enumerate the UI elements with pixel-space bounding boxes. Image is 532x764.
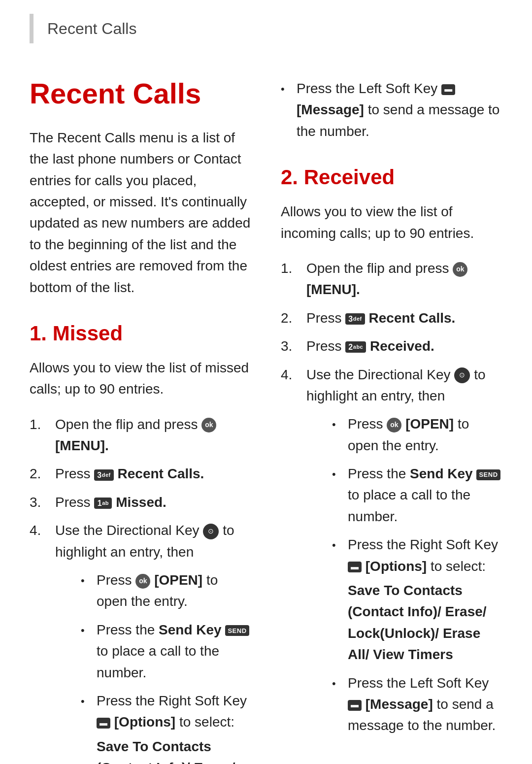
bullet-text: Press ok [OPEN] to open the entry. [348, 413, 502, 456]
section1-bullets: • Press ok [OPEN] to open the entry. • P… [81, 569, 251, 764]
left-soft-key-icon: ▬ [441, 84, 455, 95]
right-soft-key-icon: ▬ [348, 562, 362, 572]
nav-key-icon: ⊙ [203, 524, 219, 539]
section2-steps: 1. Open the flip and press ok [MENU]. 2.… [281, 258, 502, 743]
section2-heading: 2. Received [281, 166, 502, 189]
bullet-dot: • [81, 622, 90, 639]
step-number: 2. [281, 307, 306, 329]
step-3-missed: 3. Press 1ab Missed. [30, 492, 251, 513]
step-content: Open the flip and press ok [MENU]. [55, 414, 251, 457]
left-column: Recent Calls The Recent Calls menu is a … [30, 78, 251, 764]
bullet-send-missed: • Press the Send Key SEND to place a cal… [81, 619, 251, 683]
bullet-text: Press the Send Key SEND to place a call … [97, 619, 251, 683]
bullet-open-missed: • Press ok [OPEN] to open the entry. [81, 569, 251, 612]
step-1-missed: 1. Open the flip and press ok [MENU]. [30, 414, 251, 457]
bullet-dot: • [332, 675, 341, 692]
ok-key-icon: ok [453, 262, 467, 277]
bullet-dot: • [81, 572, 90, 589]
step-3-received: 3. Press 2abc Received. [281, 335, 502, 357]
bullet-options-missed: • Press the Right Soft Key ▬ [Options] t… [81, 690, 251, 764]
ok-key-icon: ok [135, 574, 150, 589]
section1-heading: 1. Missed [30, 322, 251, 345]
bullet-text: Press the Left Soft Key ▬ [Message] to s… [348, 672, 502, 736]
bullet-dot: • [81, 693, 90, 710]
step-2-missed: 2. Press 3def Recent Calls. [30, 463, 251, 484]
main-content: Recent Calls The Recent Calls menu is a … [0, 53, 532, 764]
step-number: 1. [30, 414, 55, 435]
header-title: Recent Calls [47, 20, 136, 38]
send-key-icon: SEND [225, 625, 249, 636]
bullet-dot: • [281, 81, 290, 98]
nav-key-icon: ⊙ [454, 367, 470, 383]
bullet-text: Press ok [OPEN] to open the entry. [97, 569, 251, 612]
bullet-send-received: • Press the Send Key SEND to place a cal… [332, 463, 502, 527]
send-key-icon: SEND [476, 469, 500, 480]
section1-steps: 1. Open the flip and press ok [MENU]. 2.… [30, 414, 251, 764]
step-number: 4. [281, 364, 306, 385]
bullet-open-received: • Press ok [OPEN] to open the entry. [332, 413, 502, 456]
step-content: Use the Directional Key ⊙ to highlight a… [55, 520, 251, 764]
step-number: 2. [30, 463, 55, 484]
step-1-received: 1. Open the flip and press ok [MENU]. [281, 258, 502, 300]
ok-key-icon: ok [387, 418, 401, 432]
bullet-dot: • [332, 537, 341, 554]
step-number: 1. [281, 258, 306, 279]
3def-key-icon: 3def [94, 469, 113, 481]
options-block-missed: Save To Contacts (Contact Info)/ Erase/ … [97, 736, 251, 764]
step-content: Use the Directional Key ⊙ to highlight a… [306, 364, 502, 743]
bullet-options-received: • Press the Right Soft Key ▬ [Options] t… [332, 534, 502, 665]
intro-text: The Recent Calls menu is a list of the l… [30, 127, 251, 298]
step-number: 3. [30, 492, 55, 513]
bullet-dot: • [332, 416, 341, 433]
step-content: Press 2abc Received. [306, 335, 502, 357]
step-4-received: 4. Use the Directional Key ⊙ to highligh… [281, 364, 502, 743]
header-accent [30, 14, 33, 43]
step-number: 3. [281, 335, 306, 357]
bullet-text: Press the Send Key SEND to place a call … [348, 463, 502, 527]
right-column: • Press the Left Soft Key ▬ [Message] to… [281, 78, 502, 764]
header-bar: Recent Calls [0, 0, 532, 53]
step-content: Press 3def Recent Calls. [55, 463, 251, 484]
bullet-message-received: • Press the Left Soft Key ▬ [Message] to… [332, 672, 502, 736]
step-content: Press 3def Recent Calls. [306, 307, 502, 329]
step-2-received: 2. Press 3def Recent Calls. [281, 307, 502, 329]
step-content: Open the flip and press ok [MENU]. [306, 258, 502, 300]
bullet-message-missed: • Press the Left Soft Key ▬ [Message] to… [281, 78, 502, 142]
step-4-missed: 4. Use the Directional Key ⊙ to highligh… [30, 520, 251, 764]
bullet-text: Press the Right Soft Key ▬ [Options] to … [97, 690, 251, 764]
2abc-key-icon: 2abc [345, 341, 366, 353]
section2-desc: Allows you to view the list of incoming … [281, 201, 502, 244]
page-container: Recent Calls Recent Calls The Recent Cal… [0, 0, 532, 764]
section1-desc: Allows you to view the list of missed ca… [30, 357, 251, 400]
left-soft-missed-list: • Press the Left Soft Key ▬ [Message] to… [281, 78, 502, 142]
left-soft-key-icon: ▬ [348, 700, 362, 711]
1ab-key-icon: 1ab [94, 498, 112, 509]
page-title: Recent Calls [30, 78, 251, 109]
bullet-dot: • [332, 466, 341, 483]
bullet-text: Press the Left Soft Key ▬ [Message] to s… [297, 78, 502, 142]
section2-bullets: • Press ok [OPEN] to open the entry. • P… [332, 413, 502, 736]
ok-key-icon: ok [201, 418, 216, 432]
options-block-received: Save To Contacts (Contact Info)/ Erase/ … [348, 580, 502, 665]
bullet-text: Press the Right Soft Key ▬ [Options] to … [348, 534, 502, 665]
step-content: Press 1ab Missed. [55, 492, 251, 513]
step-number: 4. [30, 520, 55, 541]
right-soft-key-icon: ▬ [97, 718, 110, 729]
3def-key-icon: 3def [345, 313, 365, 325]
